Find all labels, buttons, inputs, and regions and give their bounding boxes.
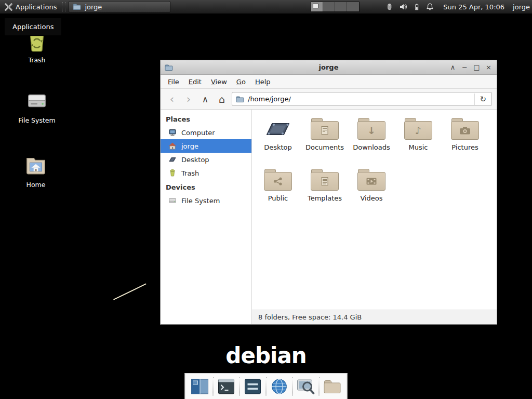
volume-tray-icon[interactable]: [399, 3, 407, 11]
file-item-label: Public: [268, 194, 288, 202]
toolbar: ‹ › ∧ ⌂ /home/jorge/ ↻: [161, 89, 497, 110]
dock: [185, 373, 348, 399]
folder-music-icon: ♪: [404, 118, 432, 140]
folder-icon: [324, 379, 341, 394]
sidebar-item-label: Computer: [181, 129, 215, 137]
folder-downloads-icon: ↓: [357, 118, 385, 140]
desktop-icon-file-system[interactable]: File System: [15, 89, 59, 124]
dock-item-terminal[interactable]: [215, 375, 238, 398]
applications-label: Applications: [16, 3, 57, 11]
shade-button[interactable]: ∧: [449, 60, 457, 75]
menu-file[interactable]: File: [163, 76, 184, 88]
menu-edit[interactable]: Edit: [184, 76, 206, 88]
maximize-button[interactable]: □: [473, 60, 481, 75]
workspace-3[interactable]: [335, 2, 347, 11]
workspace-switcher[interactable]: [311, 2, 360, 12]
file-item-videos[interactable]: Videos: [348, 168, 395, 219]
computer-icon: [168, 128, 177, 137]
home-icon: [168, 142, 177, 150]
terminal-icon: [218, 379, 235, 394]
battery-tray-icon[interactable]: [413, 3, 420, 11]
folder-public-icon: [264, 169, 292, 191]
menu-help[interactable]: Help: [250, 76, 275, 88]
file-list[interactable]: Desktop Documents ↓: [252, 110, 497, 310]
sidebar-item-trash[interactable]: Trash: [161, 166, 251, 180]
sidebar-item-jorge[interactable]: jorge: [161, 139, 251, 153]
sidebar-devices-header: Devices: [161, 180, 251, 194]
dock-item-app-finder[interactable]: [294, 375, 318, 398]
panel-handle[interactable]: [62, 2, 66, 11]
folder-documents-icon: [311, 118, 339, 140]
file-manager-icon: [73, 3, 81, 11]
file-item-pictures[interactable]: Pictures: [442, 117, 488, 168]
sidebar: Places Computer jorge Desktop Trash Devi…: [161, 110, 252, 324]
file-item-downloads[interactable]: ↓ Downloads: [348, 117, 395, 168]
panel-user-menu[interactable]: jorge: [513, 3, 530, 11]
applications-button[interactable]: Applications: [0, 0, 61, 14]
location-path: /home/jorge/: [248, 95, 291, 103]
dock-item-web-browser[interactable]: [268, 375, 291, 398]
desktop-icon-home[interactable]: Home: [14, 154, 58, 189]
download-arrow-emblem-icon: ↓: [367, 125, 376, 136]
up-button[interactable]: ∧: [198, 92, 212, 106]
minimize-button[interactable]: −: [461, 60, 469, 75]
file-item-label: Videos: [360, 194, 382, 202]
sidebar-item-label: jorge: [181, 142, 198, 150]
file-item-label: Music: [409, 143, 428, 151]
trash-icon: [168, 169, 177, 177]
file-item-music[interactable]: ♪ Music: [395, 117, 442, 168]
applications-tooltip: Applications: [4, 18, 62, 36]
film-emblem-icon: [366, 178, 377, 185]
sidebar-item-computer[interactable]: Computer: [161, 126, 251, 139]
file-item-desktop[interactable]: Desktop: [255, 117, 301, 168]
sidebar-item-label: Trash: [181, 169, 199, 177]
dock-separator: [292, 377, 293, 396]
dock-item-window-list[interactable]: [241, 375, 265, 398]
location-bar[interactable]: /home/jorge/ ↻: [232, 92, 492, 106]
template-emblem-icon: [321, 177, 328, 186]
dock-item-file-manager[interactable]: [321, 375, 344, 398]
menu-view[interactable]: View: [206, 76, 232, 88]
dock-item-workspaces[interactable]: [188, 375, 212, 398]
menu-go[interactable]: Go: [232, 76, 250, 88]
sidebar-item-label: File System: [181, 197, 220, 205]
file-item-label: Desktop: [264, 143, 292, 151]
home-button[interactable]: ⌂: [215, 92, 229, 106]
folder-videos-icon: [357, 169, 385, 191]
clock[interactable]: Sun 25 Apr, 10:06: [443, 3, 504, 11]
file-item-label: Pictures: [451, 143, 478, 151]
desktop-icon-label: File System: [15, 116, 59, 124]
window-title: jorge: [161, 63, 497, 71]
desktop-icon-label: Home: [14, 181, 58, 189]
debian-logo: debian: [225, 343, 306, 368]
file-item-public[interactable]: Public: [255, 168, 301, 219]
file-manager-window: jorge ∧ − □ × File Edit View Go Help ‹ ›…: [160, 60, 497, 325]
workspace-4[interactable]: [347, 2, 359, 11]
back-button[interactable]: ‹: [165, 92, 179, 106]
file-item-label: Downloads: [353, 143, 390, 151]
system-tray: [385, 3, 434, 11]
folder-icon: [236, 95, 244, 103]
workspace-1[interactable]: [311, 2, 323, 11]
sidebar-places-header: Places: [161, 112, 251, 126]
file-item-label: Documents: [305, 143, 344, 151]
close-button[interactable]: ×: [485, 60, 493, 75]
dock-separator: [240, 377, 240, 396]
file-item-templates[interactable]: Templates: [301, 168, 348, 219]
xfce-logo-icon: [5, 3, 12, 11]
workspace-2[interactable]: [323, 2, 335, 11]
file-item-documents[interactable]: Documents: [301, 117, 348, 168]
taskbar-item-jorge[interactable]: jorge: [69, 1, 170, 12]
input-device-tray-icon[interactable]: [385, 3, 393, 11]
reload-button[interactable]: ↻: [474, 94, 488, 105]
titlebar[interactable]: jorge ∧ − □ ×: [161, 60, 497, 75]
forward-button[interactable]: ›: [182, 92, 195, 106]
notification-bell-tray-icon[interactable]: [426, 3, 434, 11]
taskbar-item-label: jorge: [85, 3, 102, 11]
statusbar: 8 folders, Free space: 14.4 GiB: [252, 310, 497, 324]
sidebar-item-file-system[interactable]: File System: [161, 194, 251, 207]
window-list-icon: [245, 379, 261, 394]
home-folder-icon: [14, 154, 58, 178]
folder-templates-icon: [311, 169, 339, 191]
sidebar-item-desktop[interactable]: Desktop: [161, 153, 251, 166]
